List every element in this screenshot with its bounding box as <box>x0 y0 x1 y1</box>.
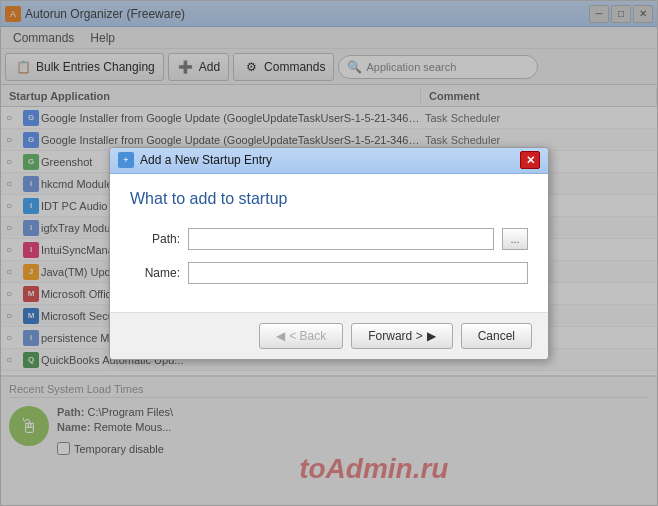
modal-name-label: Name: <box>130 266 180 280</box>
modal-title-bar: + Add a New Startup Entry ✕ <box>110 148 548 174</box>
cancel-button[interactable]: Cancel <box>461 323 532 349</box>
back-icon: ◀ <box>276 329 285 343</box>
modal-body: What to add to startup Path: ... Name: <box>110 174 548 312</box>
browse-button[interactable]: ... <box>502 228 528 250</box>
back-label: < Back <box>289 329 326 343</box>
modal-title-icon: + <box>118 152 134 168</box>
name-field: Name: <box>130 262 528 284</box>
cancel-label: Cancel <box>478 329 515 343</box>
forward-icon: ▶ <box>427 329 436 343</box>
modal-footer: ◀ < Back Forward > ▶ Cancel <box>110 312 548 359</box>
forward-button[interactable]: Forward > ▶ <box>351 323 452 349</box>
main-window: A Autorun Organizer (Freeware) ─ □ ✕ Com… <box>0 0 658 506</box>
modal-heading: What to add to startup <box>130 190 528 208</box>
forward-label: Forward > <box>368 329 422 343</box>
path-field: Path: ... <box>130 228 528 250</box>
modal-path-label: Path: <box>130 232 180 246</box>
modal-title-text: Add a New Startup Entry <box>140 153 272 167</box>
back-button[interactable]: ◀ < Back <box>259 323 343 349</box>
modal-close-button[interactable]: ✕ <box>520 151 540 169</box>
path-input[interactable] <box>188 228 494 250</box>
modal-title-left: + Add a New Startup Entry <box>118 152 272 168</box>
modal-overlay: + Add a New Startup Entry ✕ What to add … <box>1 1 657 505</box>
name-input[interactable] <box>188 262 528 284</box>
modal-dialog: + Add a New Startup Entry ✕ What to add … <box>109 147 549 360</box>
